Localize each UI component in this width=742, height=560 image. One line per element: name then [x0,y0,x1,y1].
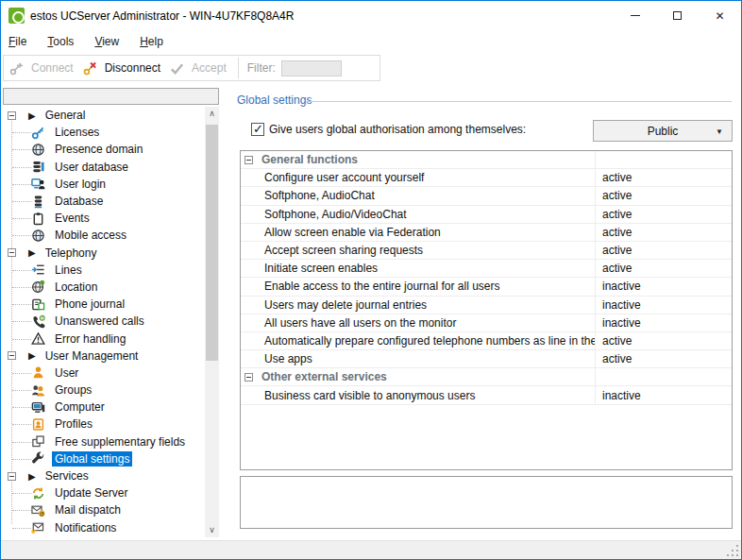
setting-row[interactable]: Accept screen sharing requestsactive [241,242,732,260]
tree-item-user-database[interactable]: User database [3,159,205,176]
clipboard-icon [31,212,45,226]
setting-value[interactable]: active [595,169,732,186]
scrollbar-thumb[interactable] [206,125,218,361]
setting-value[interactable]: active [595,332,732,349]
tree-item-licenses[interactable]: Licenses [3,124,205,141]
setting-row[interactable]: Business card visible to anonymous users… [241,386,732,404]
scroll-down-icon[interactable]: ∨ [205,523,219,537]
category-arrow-icon: ▶ [28,471,36,482]
filter-input[interactable] [281,60,342,76]
collapse-expander-icon[interactable] [245,373,253,382]
wrench-icon [31,451,45,466]
tree-item-presence-domain[interactable]: Presence domain [3,141,205,158]
tree-item-label: Unanswered calls [52,314,147,329]
collapse-expander-icon[interactable] [8,248,16,257]
connect-button[interactable]: Connect [9,61,74,76]
setting-value[interactable]: inactive [595,278,732,295]
user-database-icon [31,160,45,174]
collapse-expander-icon[interactable] [8,111,16,120]
authorisation-level-dropdown[interactable]: Public ▼ [593,120,733,142]
section-divider [306,101,732,102]
app-logo-icon [8,8,25,24]
menu-file[interactable]: File [8,35,26,48]
tree-item-profiles[interactable]: Profiles [3,416,205,433]
tree-item-label: Profiles [52,416,95,432]
maximize-icon [673,11,682,20]
accept-button[interactable]: Accept [170,61,227,76]
setting-value[interactable]: inactive [595,314,732,331]
toolbar-button-label: Accept [192,61,227,75]
tree-item-notifications[interactable]: Notifications [3,519,205,536]
global-authorisation-checkbox[interactable]: ✓ [251,123,264,136]
tree-item-phone-journal[interactable]: Phone journal [3,296,205,313]
setting-value[interactable]: inactive [595,297,732,314]
tree-item-lines[interactable]: Lines [3,262,205,279]
description-box [240,476,733,529]
tree-item-label: Licenses [52,125,102,140]
setting-value[interactable]: active [595,224,732,241]
setting-value[interactable]: active [595,206,732,223]
settings-group-other-external-services[interactable]: Other external services [241,368,732,386]
setting-value[interactable]: active [595,187,732,204]
setting-row[interactable]: Softphone, AudioChatactive [241,187,732,205]
setting-label: Use apps [241,352,595,365]
scroll-up-icon[interactable]: ∧ [205,107,219,121]
setting-row[interactable]: Softphone, Audio/VideoChatactive [241,206,732,224]
collapse-expander-icon[interactable] [8,351,16,360]
toolbar-button-label: Disconnect [105,61,160,75]
group-header-label: General functions [261,153,358,166]
setting-row[interactable]: Automatically prepare configured telepho… [241,332,732,350]
tree-item-label: Update Server [52,485,130,501]
tree-item-location[interactable]: Location [3,279,205,296]
setting-row[interactable]: Users may delete journal entriesinactive [241,297,732,314]
tree-item-computer[interactable]: Computer [3,399,205,416]
tree-header-box [3,88,219,105]
tree-item-label: Phone journal [52,297,127,312]
database-icon [31,195,45,209]
close-button[interactable]: ✕ [699,1,741,30]
tree-item-unanswered-calls[interactable]: Unanswered calls [3,313,205,330]
tree-item-user-login[interactable]: User login [3,176,205,193]
tree-item-free-supplementary-fields[interactable]: Free supplementary fields [3,433,205,450]
tree-item-events[interactable]: Events [3,210,205,227]
tree-item-sms-text-dispatch[interactable]: SMS text dispatch [3,536,205,537]
tree-item-user-management[interactable]: ▶User Management [3,348,205,365]
setting-row[interactable]: Initiate screen enablesactive [241,260,732,278]
disconnect-button[interactable]: Disconnect [83,61,160,76]
collapse-expander-icon[interactable] [245,156,253,164]
setting-row[interactable]: Enable access to the entire journal for … [241,278,732,296]
setting-value[interactable]: inactive [595,386,732,403]
setting-row[interactable]: Allow screen enable via Federationactive [241,224,732,242]
tree-item-global-settings[interactable]: Global settings [3,450,205,467]
navigation-tree: ▶GeneralLicensesPresence domainUser data… [3,107,205,537]
key-icon [31,126,45,140]
tree-item-services[interactable]: ▶Services [3,467,205,484]
menu-view[interactable]: View [94,35,119,48]
tree-item-error-handling[interactable]: Error handling [3,330,205,347]
tree-item-telephony[interactable]: ▶Telephony [3,245,205,262]
setting-value[interactable]: active [595,242,732,259]
tree-item-label: Error handling [52,331,128,347]
tree-scrollbar[interactable]: ∧ ∨ [205,107,219,537]
setting-label: Initiate screen enables [241,262,595,275]
collapse-expander-icon[interactable] [8,472,16,481]
menu-help[interactable]: Help [140,35,163,48]
tree-item-mail-dispatch[interactable]: @Mail dispatch [3,501,205,518]
menu-tools[interactable]: Tools [47,35,74,48]
setting-row[interactable]: Configure user account yourselfactive [241,169,732,187]
tree-item-user[interactable]: User [3,365,205,382]
tree-item-database[interactable]: Database [3,193,205,210]
setting-value[interactable]: active [595,260,732,277]
settings-group-general-functions[interactable]: General functions [241,151,732,169]
resize-grip[interactable] [727,545,738,556]
minimize-button[interactable] [614,1,656,30]
maximize-button[interactable] [656,1,699,30]
setting-value[interactable]: active [595,350,732,367]
tree-item-mobile-access[interactable]: Mobile access [3,227,205,244]
tree-item-general[interactable]: ▶General [3,107,205,124]
tree-item-groups[interactable]: Groups [3,382,205,399]
setting-row[interactable]: Use appsactive [241,350,732,368]
setting-row[interactable]: All users have all users on the monitori… [241,314,732,332]
tree-item-update-server[interactable]: Update Server [3,484,205,501]
toolbar-button-label: Connect [31,61,74,75]
